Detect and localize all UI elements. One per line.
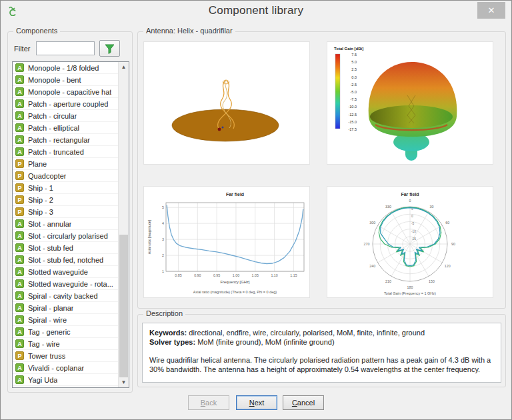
svg-text:-7.5: -7.5 bbox=[351, 97, 357, 101]
titlebar: Component library ✕ bbox=[1, 1, 511, 21]
list-item[interactable]: ASlotted waveguide bbox=[13, 266, 118, 278]
list-item-label: Yagi Uda bbox=[28, 376, 57, 384]
antenna-type-icon: A bbox=[15, 339, 24, 348]
list-item[interactable]: APatch - circular bbox=[13, 110, 118, 122]
scroll-down-arrow[interactable]: ▼ bbox=[119, 377, 129, 387]
list-item-label: Slot - annular bbox=[28, 220, 71, 228]
platform-type-icon: P bbox=[15, 195, 24, 204]
list-item[interactable]: ATag - wire bbox=[13, 338, 118, 350]
antenna-type-icon: A bbox=[15, 303, 24, 312]
svg-text:90: 90 bbox=[451, 242, 455, 246]
next-button[interactable]: Next bbox=[236, 395, 277, 410]
svg-text:210: 210 bbox=[385, 279, 391, 283]
antenna-type-icon: A bbox=[15, 279, 24, 288]
svg-text:-10: -10 bbox=[411, 230, 416, 233]
svg-text:-12.5: -12.5 bbox=[348, 113, 357, 117]
svg-text:120: 120 bbox=[445, 264, 451, 268]
list-item-label: Patch - rectangular bbox=[28, 136, 90, 144]
keywords-label: Keywords: bbox=[149, 329, 187, 337]
svg-text:-15.0: -15.0 bbox=[348, 120, 357, 124]
list-item[interactable]: APatch - elliptical bbox=[13, 122, 118, 134]
svg-text:Total Gain [dBi]: Total Gain [dBi] bbox=[334, 47, 363, 51]
list-item-label: Ship - 1 bbox=[28, 184, 53, 192]
app-icon bbox=[7, 5, 18, 16]
svg-text:Axial ratio [magnitude]: Axial ratio [magnitude] bbox=[147, 219, 151, 254]
filter-input[interactable] bbox=[36, 41, 95, 55]
antenna-type-icon: A bbox=[15, 231, 24, 240]
pattern-blob bbox=[369, 62, 457, 161]
components-group: Components Filter AMonopole - 1/8 folded… bbox=[7, 31, 133, 393]
svg-text:240: 240 bbox=[369, 264, 375, 268]
antenna-type-icon: A bbox=[15, 87, 24, 96]
list-item[interactable]: ASlot - circularly polarised bbox=[13, 230, 118, 242]
colorbar: Total Gain [dBi] 7.55.02.50.0-2.5-5.0-7.… bbox=[334, 47, 363, 131]
list-item[interactable]: ASpiral - cavity backed bbox=[13, 290, 118, 302]
cancel-button[interactable]: Cancel bbox=[283, 395, 324, 410]
list-item[interactable]: ATag - generic bbox=[13, 326, 118, 338]
list-item[interactable]: PQuadcopter bbox=[13, 170, 118, 182]
svg-text:-10.0: -10.0 bbox=[348, 105, 357, 109]
list-item[interactable]: ASpiral - wire bbox=[13, 314, 118, 326]
list-item[interactable]: APatch - truncated bbox=[13, 146, 118, 158]
description-group: Description Keywords: directional, endfi… bbox=[137, 314, 506, 387]
svg-text:270: 270 bbox=[364, 242, 370, 246]
list-item-label: Ship - 2 bbox=[28, 196, 53, 204]
components-group-label: Components bbox=[13, 27, 60, 35]
list-item[interactable]: APatch - aperture coupled bbox=[13, 98, 118, 110]
list-item-label: Slotted waveguide - rota... bbox=[28, 280, 113, 288]
svg-text:2.5: 2.5 bbox=[351, 67, 357, 71]
back-button[interactable]: Back bbox=[188, 395, 229, 410]
svg-text:-15: -15 bbox=[411, 237, 416, 241]
antenna-type-icon: A bbox=[15, 123, 24, 132]
list-item[interactable]: AVivaldi - coplanar bbox=[13, 362, 118, 374]
colorbar-ticks: 7.55.02.50.0-2.5-5.0-7.5-10.0-12.5-15.0-… bbox=[348, 53, 357, 131]
list-item[interactable]: AMonopole - capacitive hat bbox=[13, 86, 118, 98]
list-item[interactable]: ASlot - stub fed bbox=[13, 242, 118, 254]
list-item[interactable]: PShip - 3 bbox=[13, 206, 118, 218]
list-item[interactable]: ASlot - annular bbox=[13, 218, 118, 230]
list-item[interactable]: ASlotted waveguide - rota... bbox=[13, 278, 118, 290]
list-scrollbar[interactable]: ▲ ▼ bbox=[118, 62, 129, 387]
antenna-type-icon: A bbox=[15, 315, 24, 324]
list-item[interactable]: ASpiral - planar bbox=[13, 302, 118, 314]
solver-types-value: MoM (finite ground), MoM (infinite groun… bbox=[195, 338, 334, 346]
list-item[interactable]: PTower truss bbox=[13, 350, 118, 362]
list-item[interactable]: AYagi Uda bbox=[13, 374, 118, 386]
svg-text:0: 0 bbox=[411, 215, 413, 218]
list-item[interactable]: PPlane bbox=[13, 158, 118, 170]
svg-text:1: 1 bbox=[162, 269, 164, 273]
svg-text:3: 3 bbox=[162, 237, 164, 241]
antenna-type-icon: A bbox=[15, 267, 24, 276]
list-item-label: Tag - wire bbox=[28, 340, 60, 348]
keywords-line: Keywords: directional, endfire, wire, ci… bbox=[149, 328, 494, 337]
list-item[interactable]: ASlot - stub fed, notched bbox=[13, 254, 118, 266]
list-item-label: Patch - aperture coupled bbox=[28, 100, 108, 108]
antenna-type-icon: A bbox=[15, 111, 24, 120]
gain-pattern-3d-image: Total Gain [dBi] 7.55.02.50.0-2.5-5.0-7.… bbox=[327, 41, 493, 165]
svg-text:Axial ratio (magnitude) (Theta: Axial ratio (magnitude) (Theta = 0 deg, … bbox=[193, 290, 277, 294]
svg-text:5.0: 5.0 bbox=[351, 60, 357, 64]
list-item[interactable]: PShip - 2 bbox=[13, 194, 118, 206]
list-item[interactable]: AMonopole - 1/8 folded bbox=[13, 62, 118, 74]
antenna-type-icon: A bbox=[15, 147, 24, 156]
list-item-label: Monopole - bent bbox=[28, 76, 81, 84]
list-item-label: Tag - generic bbox=[28, 328, 71, 336]
list-item-label: Slot - circularly polarised bbox=[28, 232, 108, 240]
list-item[interactable]: PShip - 1 bbox=[13, 182, 118, 194]
window-title: Component library bbox=[209, 4, 303, 17]
list-item[interactable]: APatch - rectangular bbox=[13, 134, 118, 146]
solver-types-line: Solver types: MoM (finite ground), MoM (… bbox=[149, 337, 494, 347]
svg-text:30: 30 bbox=[430, 205, 434, 209]
antenna-type-icon: A bbox=[15, 219, 24, 228]
filter-button[interactable] bbox=[99, 40, 120, 57]
port-marker bbox=[222, 127, 224, 129]
scrollbar-thumb[interactable] bbox=[119, 235, 128, 378]
svg-text:Frequency [GHz]: Frequency [GHz] bbox=[221, 280, 250, 284]
scroll-up-arrow[interactable]: ▲ bbox=[119, 62, 129, 72]
list-item-label: Monopole - capacitive hat bbox=[28, 88, 111, 96]
svg-text:1.00: 1.00 bbox=[233, 273, 239, 277]
description-box: Keywords: directional, endfire, wire, ci… bbox=[142, 323, 501, 383]
close-button[interactable]: ✕ bbox=[477, 2, 505, 19]
list-item-label: Spiral - planar bbox=[28, 304, 73, 312]
list-item[interactable]: AMonopole - bent bbox=[13, 74, 118, 86]
